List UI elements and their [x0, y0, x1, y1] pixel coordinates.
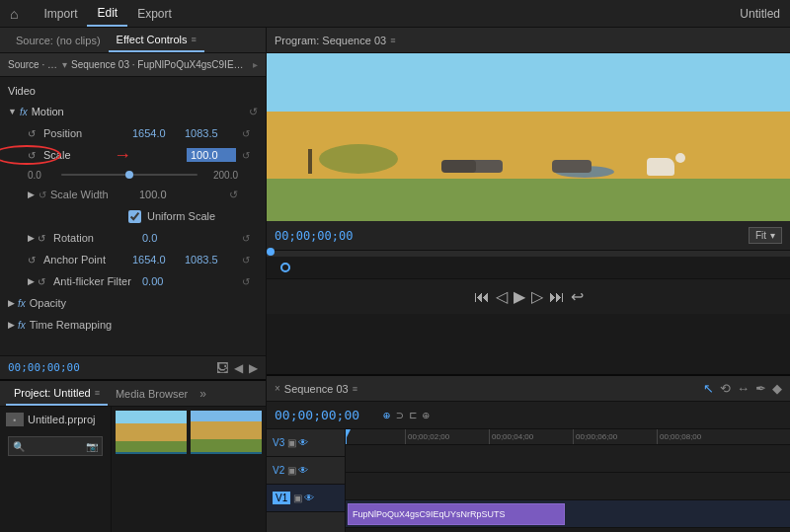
- tl-tool-select[interactable]: ↖: [703, 381, 714, 396]
- project-menu-icon[interactable]: ≡: [95, 388, 100, 398]
- anchor-label: Anchor Point: [43, 254, 132, 266]
- position-reset-btn[interactable]: ↺: [242, 128, 250, 139]
- thumbnail-1[interactable]: [116, 411, 187, 454]
- tl-tool-razor[interactable]: ⟲: [720, 381, 731, 396]
- effects-list: Video ▼ fx Motion ↺ ↺ Position 1654.0: [0, 77, 266, 355]
- program-fit-dropdown[interactable]: Fit ▾: [749, 227, 782, 244]
- motion-effect-row[interactable]: ▼ fx Motion ↺: [0, 101, 266, 122]
- tab-media-browser[interactable]: Media Browser: [108, 381, 196, 406]
- sequence-close-btn[interactable]: ×: [275, 383, 280, 394]
- transport-to-end[interactable]: ⏭: [549, 288, 565, 306]
- scroll-indicator: ▸: [253, 59, 258, 70]
- sequence-menu-icon[interactable]: ≡: [353, 384, 357, 394]
- scale-width-reset-btn[interactable]: ↺: [229, 189, 238, 201]
- file-icon: ▪: [6, 413, 24, 426]
- anchor-y-value[interactable]: 1083.5: [185, 254, 229, 266]
- scale-reset-icon: ↺: [28, 150, 40, 161]
- transport-step-fwd[interactable]: ▷: [531, 287, 543, 306]
- antiflicker-chevron[interactable]: ▶: [28, 276, 35, 286]
- home-icon[interactable]: ⌂: [10, 6, 18, 22]
- clip-block-v1[interactable]: FupNlPoQuX4gsC9IEqUYsNrRpSUTS: [348, 503, 565, 525]
- clip-label: FupNlPoQuX4gsC9IEqUYsNrRpSUTS: [353, 509, 506, 519]
- opacity-section[interactable]: ▶ fx Opacity: [0, 292, 266, 314]
- track-v1: FupNlPoQuX4gsC9IEqUYsNrRpSUTS: [346, 500, 790, 528]
- slider-thumb[interactable]: [125, 171, 133, 179]
- time-remapping-section[interactable]: ▶ fx Time Remapping: [0, 314, 266, 336]
- scale-slider-row: 0.0 200.0: [0, 166, 266, 184]
- tl-mark-icon[interactable]: ⊏: [410, 409, 417, 422]
- tl-link-icon[interactable]: ⊃: [396, 409, 403, 422]
- rotation-reset-btn[interactable]: ↺: [242, 233, 250, 244]
- v1-vis-icon[interactable]: 👁: [304, 493, 314, 503]
- timeline-body: V3 ▣ 👁 V2 ▣ 👁: [267, 429, 790, 532]
- uniform-scale-row: Uniform Scale: [0, 205, 266, 227]
- tab-source[interactable]: Source: (no clips): [8, 28, 109, 52]
- tab-project[interactable]: Project: Untitled ≡: [6, 381, 108, 406]
- scale-width-value[interactable]: 100.0: [139, 189, 167, 200]
- tl-add-icon[interactable]: ⊕: [423, 409, 430, 422]
- menu-item-edit[interactable]: Edit: [87, 0, 127, 27]
- rotation-chevron[interactable]: ▶: [28, 233, 35, 243]
- v1-lock-icon[interactable]: ▣: [293, 493, 302, 503]
- antiflicker-value[interactable]: 0.00: [142, 275, 187, 287]
- transport-play-stop[interactable]: ▶: [514, 287, 525, 306]
- scale-value-input[interactable]: [187, 148, 236, 162]
- tl-tool-hand[interactable]: ◆: [772, 381, 782, 396]
- panel-expand-icon[interactable]: »: [199, 387, 206, 401]
- uniform-scale-checkbox[interactable]: [128, 210, 141, 223]
- project-file-item: ▪ Untitled.prproj: [4, 411, 107, 428]
- search-input[interactable]: [27, 441, 84, 452]
- rotation-property-row: ▶ ↺ Rotation 0.0 ↺: [0, 227, 266, 249]
- nav-right-icon[interactable]: ▶: [249, 361, 258, 375]
- tab-effect-controls[interactable]: Effect Controls ≡: [109, 28, 204, 52]
- project-panel-tabs: Project: Untitled ≡ Media Browser »: [0, 381, 266, 407]
- nav-left-icon[interactable]: ◀: [234, 361, 243, 375]
- v3-vis-icon[interactable]: 👁: [298, 437, 308, 448]
- app-container: ⌂ Import Edit Export Untitled Source: (n…: [0, 0, 790, 532]
- v2-lock-icon[interactable]: ▣: [287, 465, 296, 476]
- v2-vis-icon[interactable]: 👁: [298, 465, 308, 476]
- v3-lock-icon[interactable]: ▣: [287, 437, 296, 448]
- scale-width-chevron[interactable]: ▶: [28, 190, 35, 199]
- anchor-x-value[interactable]: 1654.0: [132, 254, 177, 266]
- slider-max-label: 200.0: [203, 170, 238, 181]
- thumbnail-2[interactable]: [191, 411, 262, 454]
- motion-reset-btn[interactable]: ↺: [249, 106, 258, 118]
- motion-chevron[interactable]: ▼: [8, 107, 17, 116]
- antiflicker-reset-btn[interactable]: ↺: [242, 276, 250, 287]
- funnel-icon[interactable]: ⛾: [216, 361, 228, 375]
- tl-tool-ripple[interactable]: ↔: [737, 381, 750, 396]
- opacity-label: Opacity: [30, 297, 66, 309]
- program-menu-icon[interactable]: ≡: [390, 36, 395, 45]
- program-time-bar[interactable]: [267, 251, 790, 257]
- menu-item-import[interactable]: Import: [34, 0, 87, 27]
- transport-step-back[interactable]: ◁: [496, 287, 508, 306]
- position-reset-icon: ↺: [28, 128, 40, 139]
- tl-snap-icon[interactable]: ⊕: [383, 409, 390, 422]
- transport-loop[interactable]: ↩: [571, 287, 584, 306]
- fit-chevron-icon: ▾: [770, 230, 775, 241]
- right-column: Program: Sequence 03 ≡: [267, 28, 790, 532]
- zebra-head: [675, 153, 685, 163]
- v1-icons: ▣ 👁: [293, 493, 314, 503]
- position-x-value[interactable]: 1654.0: [132, 127, 177, 139]
- sequence-tab-label[interactable]: Sequence 03: [284, 383, 349, 395]
- transport-to-start[interactable]: ⏮: [474, 288, 490, 306]
- program-timecode: 00;00;00;00: [275, 229, 353, 243]
- slider-track[interactable]: [61, 174, 198, 176]
- time-remapping-chevron[interactable]: ▶: [8, 320, 15, 330]
- anchor-reset-btn[interactable]: ↺: [242, 255, 250, 266]
- position-y-value[interactable]: 1083.5: [185, 127, 229, 139]
- source-dropdown-arrow[interactable]: ▾: [62, 59, 67, 70]
- timeline-tracks: 00;00;02;00 00;00;04;00 00;00;06;00 00;0…: [346, 429, 790, 532]
- effect-controls-menu-icon[interactable]: ≡: [192, 35, 197, 44]
- tl-tool-pen[interactable]: ✒: [755, 381, 766, 396]
- scale-reset-btn[interactable]: ↺: [242, 150, 250, 161]
- rotation-value[interactable]: 0.0: [142, 232, 187, 244]
- motion-effect-name: Motion: [32, 106, 249, 117]
- opacity-chevron[interactable]: ▶: [8, 298, 15, 308]
- program-header: Program: Sequence 03 ≡: [267, 28, 790, 53]
- ruler-mark-4: 00;00;08;00: [657, 429, 701, 444]
- wildebeest3: [441, 160, 476, 173]
- menu-item-export[interactable]: Export: [127, 0, 182, 27]
